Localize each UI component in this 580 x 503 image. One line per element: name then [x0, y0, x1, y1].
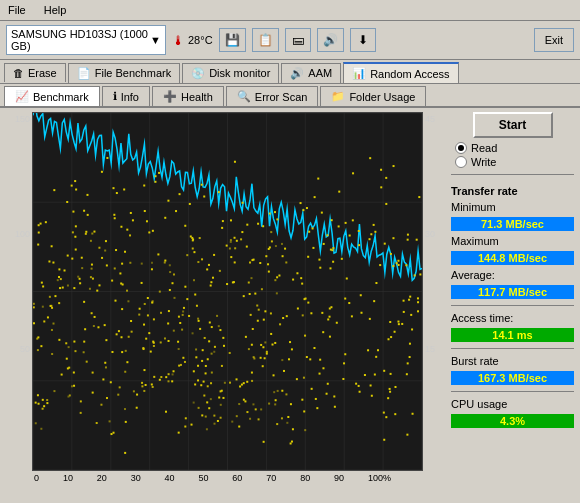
random-access-icon: 📊 — [352, 67, 366, 80]
divider-3 — [451, 348, 574, 349]
read-radio-dot — [455, 142, 467, 154]
disk-monitor-icon: 💿 — [191, 67, 205, 80]
maximum-label: Maximum — [451, 235, 574, 247]
erase-icon: 🗑 — [13, 67, 24, 79]
health-icon: ➕ — [163, 90, 177, 103]
access-time-value: 14.1 ms — [451, 328, 574, 342]
start-button[interactable]: Start — [473, 112, 553, 138]
tab-info[interactable]: ℹ Info — [102, 86, 150, 106]
tab-row-2: 📈 Benchmark ℹ Info ➕ Health 🔍 Error Scan… — [0, 84, 580, 108]
right-panel: Start Read Write Transfer rate Minimum 7… — [445, 108, 580, 487]
tab-error-scan[interactable]: 🔍 Error Scan — [226, 86, 319, 106]
menu-file[interactable]: File — [4, 2, 30, 18]
y-axis-right: 45 30 15 0 — [423, 112, 443, 471]
write-radio[interactable]: Write — [455, 156, 574, 168]
temperature-display: 🌡 28°C — [172, 33, 213, 48]
average-label: Average: — [451, 269, 574, 281]
x-axis: 0 10 20 30 40 50 60 70 80 90 100% — [4, 471, 443, 483]
menu-help[interactable]: Help — [40, 2, 71, 18]
y-axis-left: 150 100 50 0 — [4, 112, 32, 471]
tab-aam[interactable]: 🔊 AAM — [281, 63, 341, 83]
tab-benchmark[interactable]: 📈 Benchmark — [4, 86, 100, 106]
toolbar-btn-3[interactable]: 🖴 — [285, 28, 311, 52]
main-content: 150 100 50 0 MB/sec ms 45 30 15 0 0 10 — [0, 108, 580, 487]
tab-health[interactable]: ➕ Health — [152, 86, 224, 106]
toolbar-btn-1[interactable]: 💾 — [219, 28, 246, 52]
chart-canvas-container: MB/sec ms — [32, 112, 423, 471]
divider-2 — [451, 305, 574, 306]
divider-4 — [451, 391, 574, 392]
tab-file-benchmark[interactable]: 📄 File Benchmark — [68, 63, 180, 83]
error-scan-icon: 🔍 — [237, 90, 251, 103]
minimum-label: Minimum — [451, 201, 574, 213]
access-time-label: Access time: — [451, 312, 574, 324]
info-icon: ℹ — [113, 90, 117, 103]
toolbar-btn-2[interactable]: 📋 — [252, 28, 279, 52]
folder-usage-icon: 📁 — [331, 90, 345, 103]
temp-icon: 🌡 — [172, 33, 185, 48]
burst-rate-label: Burst rate — [451, 355, 574, 367]
tab-row-1: 🗑 Erase 📄 File Benchmark 💿 Disk monitor … — [0, 60, 580, 84]
tab-folder-usage[interactable]: 📁 Folder Usage — [320, 86, 426, 106]
transfer-rate-label: Transfer rate — [451, 185, 574, 197]
maximum-value: 144.8 MB/sec — [451, 251, 574, 265]
toolbar-btn-4[interactable]: 🔊 — [317, 28, 344, 52]
average-value: 117.7 MB/sec — [451, 285, 574, 299]
tab-erase[interactable]: 🗑 Erase — [4, 63, 66, 82]
write-radio-dot — [455, 156, 467, 168]
burst-rate-value: 167.3 MB/sec — [451, 371, 574, 385]
tab-disk-monitor[interactable]: 💿 Disk monitor — [182, 63, 279, 83]
cpu-usage-value: 4.3% — [451, 414, 574, 428]
mode-selector: Read Write — [451, 142, 574, 168]
cpu-usage-label: CPU usage — [451, 398, 574, 410]
benchmark-chart — [33, 113, 422, 470]
toolbar: SAMSUNG HD103SJ (1000 GB) ▼ 🌡 28°C 💾 📋 🖴… — [0, 21, 580, 60]
toolbar-btn-5[interactable]: ⬇ — [350, 28, 376, 52]
exit-button[interactable]: Exit — [534, 28, 574, 52]
menu-bar: File Help — [0, 0, 580, 21]
minimum-value: 71.3 MB/sec — [451, 217, 574, 231]
benchmark-icon: 📈 — [15, 90, 29, 103]
divider-1 — [451, 174, 574, 175]
drive-selector[interactable]: SAMSUNG HD103SJ (1000 GB) ▼ — [6, 25, 166, 55]
aam-icon: 🔊 — [290, 67, 304, 80]
read-radio[interactable]: Read — [455, 142, 574, 154]
tab-random-access[interactable]: 📊 Random Access — [343, 62, 458, 83]
file-bench-icon: 📄 — [77, 67, 91, 80]
